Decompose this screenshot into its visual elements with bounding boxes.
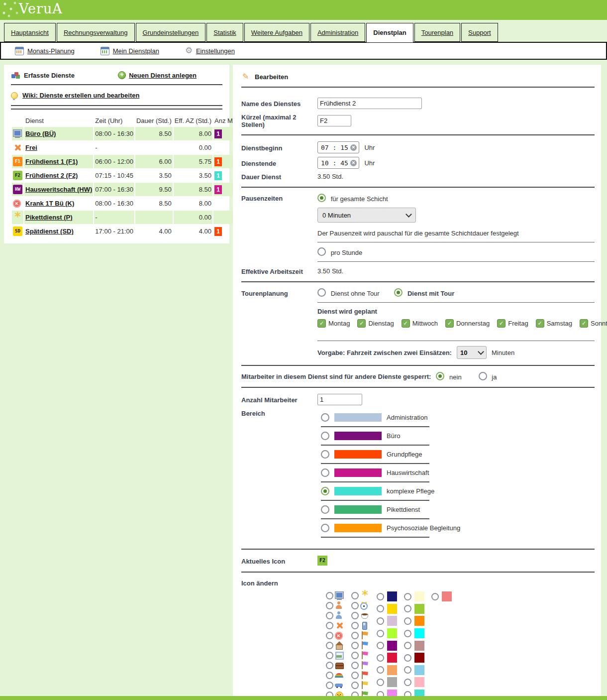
icon-option-coffee-cup[interactable]	[351, 610, 370, 620]
color-radio[interactable]	[431, 593, 439, 600]
color-radio[interactable]	[404, 654, 411, 662]
icon-radio[interactable]	[351, 612, 359, 619]
icon-radio[interactable]	[326, 652, 333, 659]
radio-tour-with[interactable]	[394, 288, 403, 297]
name-input[interactable]	[317, 98, 422, 109]
bereich-radio[interactable]	[321, 505, 329, 514]
icon-option-person-blue[interactable]	[326, 610, 344, 620]
color-radio[interactable]	[404, 593, 411, 600]
bereich-option-administration[interactable]: Administration	[321, 413, 595, 422]
service-link[interactable]: Büro (BÜ)	[25, 130, 56, 137]
anzahl-input[interactable]	[317, 394, 362, 405]
tab-rechnungsverwaltung[interactable]: Rechnungsverwaltung	[57, 23, 135, 42]
checkbox-checked-icon[interactable]: ✓	[317, 319, 326, 328]
color-option-dc143c[interactable]	[377, 652, 397, 664]
icon-radio[interactable]	[351, 652, 359, 659]
new-service-link[interactable]: Neuen Dienst anlegen	[129, 72, 197, 79]
icon-option-flag-red[interactable]	[351, 670, 370, 680]
bereich-radio[interactable]	[321, 432, 329, 440]
tab-administration[interactable]: Administration	[310, 23, 365, 42]
icon-radio[interactable]	[351, 682, 359, 689]
color-option-f4a460[interactable]	[377, 664, 397, 677]
weekday-donnerstag[interactable]: ✓Donnerstag	[445, 319, 490, 328]
ende-time-input[interactable]: 10 : 45 ✕	[317, 157, 359, 169]
pause-option-hour[interactable]: pro Stunde	[317, 247, 595, 256]
gesperrt-yes-option[interactable]: ja	[479, 372, 497, 381]
icon-radio[interactable]	[351, 662, 359, 669]
subnav-item-monats-planung[interactable]: Monats-Planung	[15, 47, 75, 55]
clear-time-icon[interactable]: ✕	[350, 144, 357, 151]
color-radio[interactable]	[377, 605, 384, 612]
fahrzeit-select[interactable]: 10	[457, 346, 487, 359]
tab-dienstplan[interactable]: Dienstplan	[366, 23, 413, 43]
checkbox-checked-icon[interactable]: ✓	[580, 319, 588, 328]
wiki-link-row[interactable]: Wiki: Dienste erstellen und bearbeiten	[11, 92, 222, 99]
checkbox-checked-icon[interactable]: ✓	[445, 319, 454, 328]
radio-gesperrt-ja[interactable]	[479, 372, 487, 380]
bereich-radio[interactable]	[321, 468, 329, 477]
bereich-radio[interactable]	[321, 450, 329, 459]
bereich-option-psychosoziale-begleitung[interactable]: Psychosoziale Begleitung	[321, 524, 595, 532]
icon-radio[interactable]	[326, 642, 333, 649]
wiki-link[interactable]: Wiki: Dienste erstellen und bearbeiten	[22, 92, 139, 99]
color-option-9acd32[interactable]	[404, 603, 424, 615]
color-option-fffacd[interactable]	[404, 590, 424, 603]
pause-option-shift[interactable]: für gesamte Schicht	[317, 194, 595, 203]
weekday-freitag[interactable]: ✓Freitag	[497, 319, 528, 328]
icon-option-chest[interactable]	[326, 660, 344, 670]
checkbox-checked-icon[interactable]: ✓	[357, 319, 366, 328]
icon-option-mobile-phone[interactable]	[351, 620, 370, 630]
gesperrt-no-option[interactable]: nein	[436, 372, 461, 381]
icon-radio[interactable]	[326, 602, 333, 609]
color-option-ff8c00[interactable]	[404, 615, 424, 627]
bereich-radio[interactable]	[321, 524, 329, 532]
tab-grundeinstellungen[interactable]: Grundeinstellungen	[136, 23, 206, 42]
service-link[interactable]: Frühdienst 2 (F2)	[25, 172, 78, 179]
color-option-bc8f8f[interactable]	[404, 639, 424, 652]
icon-option-rainbow[interactable]	[326, 670, 344, 680]
icon-option-alarm-clock[interactable]	[351, 600, 370, 610]
color-option-00ffff[interactable]	[404, 627, 424, 640]
kuerzel-input[interactable]	[317, 115, 351, 126]
icon-option-car[interactable]	[326, 680, 344, 690]
color-option-ffd700[interactable]	[377, 603, 397, 615]
icon-radio[interactable]	[326, 672, 333, 679]
bereich-option-komplexe-pflege[interactable]: komplexe Pflege	[321, 487, 595, 495]
subnav-item-einstellungen[interactable]: Einstellungen	[185, 47, 235, 55]
bereich-radio[interactable]	[321, 413, 329, 422]
bereich-option-hauswirtschaft[interactable]: Hauswirtschaft	[321, 468, 595, 477]
icon-radio[interactable]	[351, 672, 359, 679]
color-radio[interactable]	[377, 654, 384, 662]
weekday-dienstag[interactable]: ✓Dienstag	[357, 319, 394, 328]
service-link[interactable]: Frei	[25, 144, 37, 151]
icon-option-house[interactable]	[326, 640, 344, 650]
bereich-radio[interactable]	[321, 487, 329, 495]
color-radio[interactable]	[377, 642, 384, 649]
color-option-8b0000[interactable]	[404, 652, 424, 664]
service-link[interactable]: Pikettdienst (P)	[25, 214, 73, 221]
checkbox-checked-icon[interactable]: ✓	[497, 319, 506, 328]
radio-shift[interactable]	[317, 194, 326, 202]
color-radio[interactable]	[404, 617, 411, 625]
color-radio[interactable]	[404, 679, 411, 686]
new-service-link-row[interactable]: + Neuen Dienst anlegen	[118, 71, 197, 79]
radio-tour-none[interactable]	[317, 288, 326, 297]
icon-option-x-mark[interactable]	[326, 620, 344, 630]
checkbox-checked-icon[interactable]: ✓	[536, 319, 544, 328]
bereich-option-büro[interactable]: Büro	[321, 432, 595, 440]
color-option-ffb6c1[interactable]	[404, 676, 424, 689]
tour-option-with[interactable]: Dienst mit Tour	[394, 290, 454, 297]
icon-radio[interactable]	[326, 592, 333, 599]
color-option-191970[interactable]	[377, 590, 397, 603]
tab-support[interactable]: Support	[461, 23, 498, 42]
radio-gesperrt-nein[interactable]	[436, 372, 444, 380]
weekday-montag[interactable]: ✓Montag	[317, 319, 350, 328]
icon-option-computer[interactable]	[326, 590, 344, 600]
service-link[interactable]: Krank 1T Bü (K)	[25, 200, 74, 207]
color-radio[interactable]	[404, 642, 411, 649]
color-radio[interactable]	[404, 666, 411, 674]
icon-option-person-orange[interactable]	[326, 600, 344, 610]
pause-minutes-select[interactable]: 0 Minuten	[317, 208, 416, 223]
icon-radio[interactable]	[326, 612, 333, 619]
color-radio[interactable]	[377, 666, 384, 674]
